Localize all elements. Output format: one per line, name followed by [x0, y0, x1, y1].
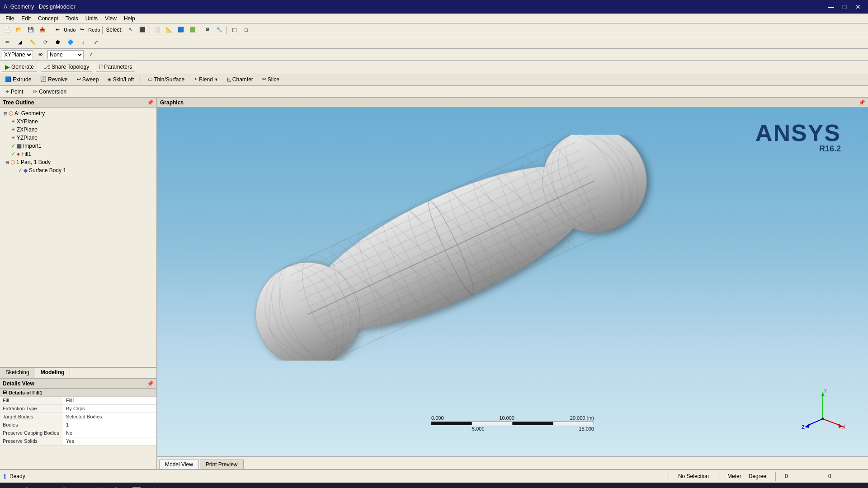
menu-concept[interactable]: Concept — [34, 14, 62, 23]
sketch-tool-5[interactable]: ⬟ — [52, 38, 63, 47]
taskbar-app5-button[interactable]: ✏ — [183, 484, 199, 488]
menu-tools[interactable]: Tools — [62, 14, 82, 23]
sweep-button[interactable]: ↩ Sweep — [74, 75, 102, 84]
tab-sketching[interactable]: Sketching — [0, 368, 35, 378]
blend-button[interactable]: ⚬ Blend ▼ — [190, 75, 222, 84]
tool-a[interactable]: ⚙ — [202, 25, 213, 35]
plane-selector[interactable]: XYPlane ZXPlane YZPlane — [2, 50, 33, 59]
sketch-tool-6[interactable]: 🔷 — [65, 38, 76, 47]
menu-file[interactable]: File — [2, 14, 18, 23]
details-value-preserve-solids[interactable]: Yes — [63, 437, 156, 445]
toolbar-separator — [50, 26, 50, 34]
undo-button[interactable]: ↩ — [52, 25, 63, 35]
chamfer-button[interactable]: ◺ Chamfer — [224, 75, 256, 84]
tool-b[interactable]: 🔧 — [214, 25, 225, 35]
taskbar-word-button[interactable]: W — [165, 484, 181, 488]
slice-button[interactable]: ✂ Slice — [259, 75, 283, 84]
tree-item-1part1body[interactable]: ⊟ ⬡ 1 Part, 1 Body — [0, 158, 156, 166]
tree-outline-title: Tree Outline — [3, 99, 34, 106]
sketch-tool-8[interactable]: ⤢ — [90, 38, 101, 47]
details-row-preserve-solids: Preserve Solids Yes — [0, 437, 156, 446]
tree-item-yzplane[interactable]: ✦ YZPlane — [0, 134, 156, 142]
select-filter-button[interactable]: ⬛ — [137, 25, 148, 35]
sketch-tool-2[interactable]: ◢ — [14, 38, 25, 47]
taskbar-taskview-button[interactable]: 🗔 — [38, 484, 54, 488]
undo-label: Undo — [64, 27, 75, 33]
scale-ruler-white2 — [553, 422, 594, 425]
taskbar-designmodeler-button[interactable]: DM — [201, 484, 217, 488]
new-button[interactable]: 📄 — [2, 25, 13, 35]
unit-length: Meter — [727, 473, 741, 479]
details-pin-icon[interactable]: 📌 — [147, 380, 154, 387]
parameters-button[interactable]: P Parameters — [96, 62, 135, 72]
conversion-label: Conversion — [39, 89, 66, 95]
left-panel: Tree Outline 📌 ⊟ ⬡ A: Geometry ✦ XYPlane — [0, 98, 157, 469]
extrude-icon: 🟦 — [5, 76, 11, 82]
sketch-selector[interactable]: None — [47, 50, 84, 59]
close-button[interactable]: ✕ — [852, 2, 864, 11]
toolbar-separator-3 — [150, 26, 150, 34]
sketch-apply-button[interactable]: ✓ — [85, 50, 96, 60]
thin-surface-button[interactable]: ▭ Thin/Surface — [145, 75, 188, 84]
redo-button[interactable]: ↪ — [76, 25, 87, 35]
tree-item-xyplane[interactable]: ✦ XYPlane — [0, 117, 156, 126]
generate-button[interactable]: ▶ Generate — [2, 62, 37, 72]
menu-edit[interactable]: Edit — [18, 14, 34, 23]
zoom-out-button[interactable]: □ — [241, 25, 251, 35]
details-value-fill[interactable]: Fill1 — [63, 397, 156, 404]
tab-model-view[interactable]: Model View — [159, 460, 199, 469]
taskbar-search-button[interactable]: 🔍 — [20, 484, 36, 488]
details-value-bodies[interactable]: 1 — [63, 421, 156, 429]
share-topology-button[interactable]: ⎇ Share Topology — [41, 62, 92, 72]
taskbar-start-button[interactable]: ⊞ — [2, 484, 18, 488]
import-button[interactable]: 📥 — [37, 25, 48, 35]
menu-view[interactable]: View — [101, 14, 120, 23]
view-sketch-button[interactable]: 🟩 — [187, 25, 198, 35]
graphics-canvas[interactable]: ANSYS R16.2 — [157, 108, 868, 456]
sketch-tool-3[interactable]: 📏 — [27, 38, 38, 47]
taskbar-photos-button[interactable]: 🖼 — [92, 484, 108, 488]
view-edge-button[interactable]: 📐 — [164, 25, 175, 35]
conversion-button[interactable]: ⟳ Conversion — [30, 87, 70, 96]
details-value-target-bodies[interactable]: Selected Bodies — [63, 413, 156, 421]
blend-dropdown[interactable]: ▼ — [214, 77, 218, 82]
details-value-preserve-capping[interactable]: No — [63, 429, 156, 437]
tree-item-fill1[interactable]: ✓ ● Fill1 — [0, 150, 156, 158]
taskbar-ansys-workbench-button[interactable]: 🔧 — [110, 484, 127, 488]
sketch-tool-4[interactable]: ⟳ — [40, 38, 51, 47]
skin-loft-button[interactable]: ◈ Skin/Loft — [104, 75, 137, 84]
zoom-in-button[interactable]: □ — [229, 25, 240, 35]
menu-units[interactable]: Units — [82, 14, 101, 23]
tree-item-import1[interactable]: ✓ ▦ Import1 — [0, 142, 156, 150]
capsule-3d-model[interactable] — [248, 135, 655, 361]
maximize-button[interactable]: □ — [838, 2, 851, 11]
tree-item-geometry[interactable]: ⊟ ⬡ A: Geometry — [0, 109, 156, 117]
tree-item-surfacebody1[interactable]: ✓ ◆ Surface Body 1 — [0, 166, 156, 174]
taskbar-explorer-button[interactable]: 📁 — [74, 484, 90, 488]
status-right: No Selection Meter Degree 0 0 — [667, 472, 864, 481]
select-mode-button[interactable]: ↖ — [125, 25, 136, 35]
tree-item-zxplane[interactable]: ✦ ZXPlane — [0, 126, 156, 134]
look-at-button[interactable]: 👁 — [35, 50, 46, 60]
minimize-button[interactable]: — — [825, 2, 837, 11]
taskbar-ansys-button[interactable]: 🅰 — [128, 484, 145, 488]
menu-help[interactable]: Help — [120, 14, 139, 23]
taskbar-edge-button[interactable]: 🌐 — [56, 484, 72, 488]
save-button[interactable]: 💾 — [25, 25, 36, 35]
extrude-button[interactable]: 🟦 Extrude — [2, 75, 34, 84]
details-key-extraction-type: Extraction Type — [0, 405, 63, 413]
tree-pin-icon[interactable]: 📌 — [147, 99, 154, 106]
tab-modeling[interactable]: Modeling — [35, 368, 71, 378]
sketch-tool-1[interactable]: ✏ — [2, 38, 13, 47]
open-button[interactable]: 📂 — [14, 25, 24, 35]
sketch-tool-7[interactable]: ↕ — [78, 38, 89, 47]
point-button[interactable]: ✦ Point — [2, 87, 26, 96]
view-body-button[interactable]: 🟦 — [175, 25, 186, 35]
tab-print-preview[interactable]: Print Preview — [200, 460, 244, 469]
view-face-button[interactable]: ⬜ — [152, 25, 163, 35]
conversion-icon: ⟳ — [33, 89, 38, 95]
taskbar-app3-button[interactable]: 💧 — [146, 484, 163, 488]
revolve-button[interactable]: 🔄 Revolve — [37, 75, 71, 84]
details-value-extraction-type[interactable]: By Caps — [63, 405, 156, 413]
graphics-pin-icon[interactable]: 📌 — [859, 99, 865, 106]
